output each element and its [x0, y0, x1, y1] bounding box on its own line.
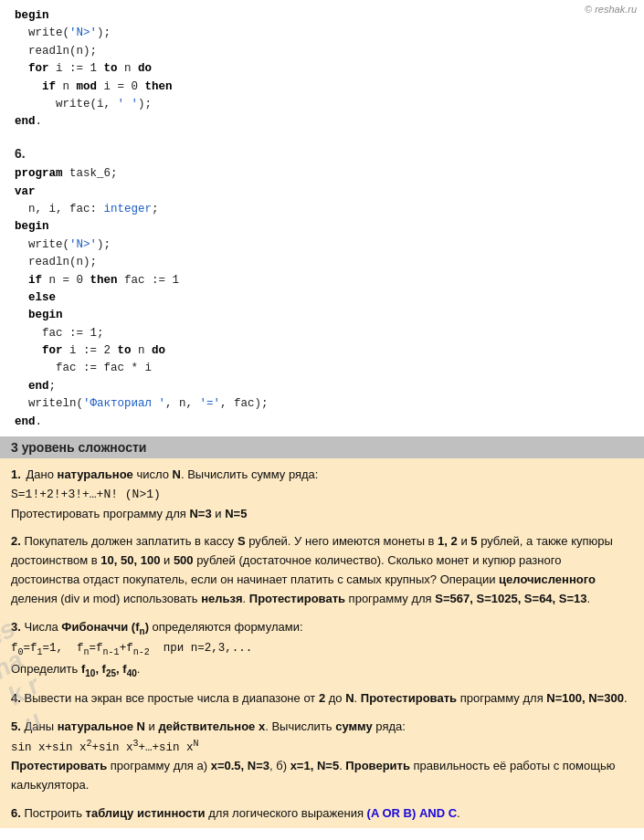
task-1-formula: S=1!+2!+3!+…+N! (N>1): [11, 488, 161, 501]
code-line: readln(n);: [15, 254, 629, 271]
code-line: for i := 2 to n do: [15, 342, 629, 360]
task-item-5: 5. Даны натуральное N и действительное x…: [11, 718, 633, 795]
task-5-test: Протестировать программу для а) x=0.5, N…: [11, 759, 615, 792]
task-6-text: Построить таблицу истинности для логичес…: [24, 806, 459, 820]
task-item-1: 1. Дано натуральное число N. Вычислить с…: [11, 466, 633, 523]
task-item-4: 4. Вывести на экран все простые числа в …: [11, 689, 633, 709]
code-line: write('N>');: [15, 236, 629, 254]
code-line: end.: [15, 414, 629, 431]
code-line: for i := 1 to n do: [15, 60, 629, 78]
code-line: writeln('Факториал ', n, '=', fac);: [15, 395, 629, 413]
task-2-text: Покупатель должен заплатить в кассу S ру…: [11, 534, 613, 604]
code-line: begin: [15, 7, 629, 25]
code-line: fac := fac * i: [15, 360, 629, 377]
code-line: if n mod i = 0 then: [15, 79, 629, 96]
task-3-text: Числа Фибоначчи (fn) определяются формул…: [24, 620, 302, 634]
code-line: begin: [15, 218, 629, 236]
task-num-1: 1.: [11, 467, 21, 481]
code-line: program task_6;: [15, 165, 629, 183]
tasks-container: 1. Дано натуральное число N. Вычислить с…: [0, 458, 644, 828]
task-5-formula: sin x+sin x2+sin x3+…+sin xN: [11, 741, 199, 754]
code-section-6: 6. program task_6; var n, i, fac: intege…: [0, 135, 644, 435]
code-line: fac := 1;: [15, 325, 629, 342]
task-item-6: 6. Построить таблицу истинности для логи…: [11, 804, 633, 824]
task-num-3: 3.: [11, 620, 21, 634]
task-item-2: 2. Покупатель должен заплатить в кассу S…: [11, 532, 633, 608]
code-line: begin: [15, 307, 629, 324]
task-num-5: 5.: [11, 719, 21, 733]
task-num-2: 2.: [11, 534, 21, 548]
code-line: readln(n);: [15, 43, 629, 60]
task-4-text: Вывести на экран все простые числа в диа…: [24, 691, 627, 705]
task-1-text: Дано натуральное число N. Вычислить сумм…: [26, 467, 318, 481]
watermark-top: © reshak.ru: [585, 4, 637, 15]
task-item-3: 3. Числа Фибоначчи (fn) определяются фор…: [11, 618, 633, 681]
code-line: n, i, fac: integer;: [15, 201, 629, 218]
page-container: © reshak.ru begin write('N>'); readln(n)…: [0, 0, 644, 828]
task-1-test: Протестировать программу для N=3 и N=5: [11, 507, 247, 520]
code-line: write(i, ' ');: [15, 96, 629, 113]
task-3-find: Определить f10, f25, f40.: [11, 662, 140, 676]
task-num-4: 4.: [11, 691, 21, 705]
task-3-formula: f0=f1=1, fn=fn-1+fn-2 при n=2,3,...: [11, 642, 252, 655]
task-num-6: 6.: [11, 806, 21, 820]
code-block-1: begin write('N>'); readln(n); for i := 1…: [0, 0, 644, 135]
code-line: var: [15, 184, 629, 201]
task-5-text: Даны натуральное N и действительное x. В…: [24, 719, 405, 733]
code-line: write('N>');: [15, 25, 629, 42]
code-line: end;: [15, 378, 629, 395]
code-line: end.: [15, 113, 629, 131]
section-number-6: 6.: [15, 144, 629, 164]
level3-header: 3 уровень сложности: [0, 436, 644, 458]
code-line: if n = 0 then fac := 1: [15, 272, 629, 289]
code-line: else: [15, 289, 629, 307]
